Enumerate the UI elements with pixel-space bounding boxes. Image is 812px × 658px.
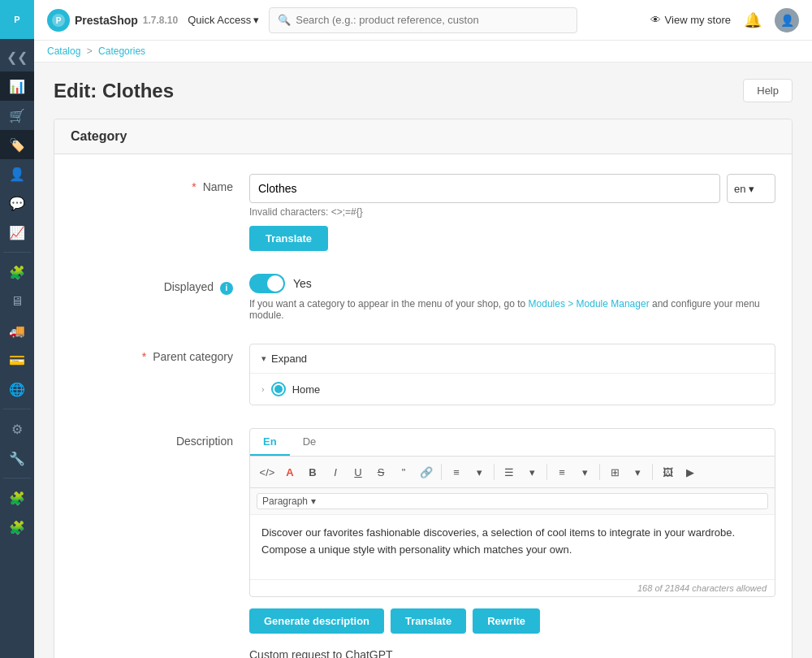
chevron-down-icon: ▾: [253, 14, 259, 26]
toolbar-sep-4: [599, 464, 600, 480]
sidebar-item-customers[interactable]: 👤: [0, 159, 34, 188]
lang-selector[interactable]: en ▾: [727, 174, 775, 203]
sidebar-item-advanced[interactable]: 🔧: [0, 444, 34, 473]
num-list-chevron[interactable]: ▾: [574, 461, 595, 483]
font-color-btn[interactable]: A: [279, 461, 300, 483]
strikethrough-btn[interactable]: S: [370, 461, 391, 483]
media-btn[interactable]: ▶: [680, 461, 701, 483]
radio-dot: [274, 385, 283, 393]
sidebar-item-shipping[interactable]: 🚚: [0, 316, 34, 345]
paragraph-select[interactable]: Paragraph ▾: [257, 493, 768, 509]
home-category-item[interactable]: › Home: [250, 374, 775, 405]
breadcrumb: Catalog > Categories: [34, 41, 812, 63]
table-btn[interactable]: ⊞: [604, 461, 625, 483]
sidebar-item-payment[interactable]: 💳: [0, 345, 34, 374]
description-action-btns: Generate description Translate Rewrite: [249, 608, 775, 634]
search-input[interactable]: [296, 14, 568, 26]
link-btn[interactable]: 🔗: [416, 461, 437, 483]
sidebar-item-settings[interactable]: ⚙: [0, 414, 34, 444]
view-store-btn[interactable]: 👁 View my store: [650, 14, 731, 26]
translate-description-button[interactable]: Translate: [391, 608, 466, 634]
sidebar-item-orders[interactable]: 🛒: [0, 101, 34, 130]
sidebar-item-stats[interactable]: 📈: [0, 218, 34, 247]
name-label-col: * Name: [71, 174, 249, 193]
desc-tabs: En De: [250, 429, 775, 457]
breadcrumb-catalog[interactable]: Catalog: [47, 45, 80, 57]
editor-toolbar: </> A B I U S " 🔗 ≡ ▾: [250, 457, 775, 488]
notifications-btn[interactable]: 🔔: [744, 11, 762, 29]
name-input[interactable]: [249, 174, 720, 203]
toolbar-sep-2: [494, 464, 495, 480]
displayed-info-icon[interactable]: i: [220, 282, 233, 295]
custom-request-section: Custom request to ChatGPT ➤ Invalid char…: [249, 648, 775, 658]
eye-icon: 👁: [650, 14, 661, 26]
bold-btn[interactable]: B: [302, 461, 323, 483]
sidebar-item-dashboard[interactable]: 📊: [0, 71, 34, 101]
tab-de[interactable]: De: [290, 429, 330, 456]
quick-access-btn[interactable]: Quick Access ▾: [188, 14, 259, 26]
sidebar-item-plugin2[interactable]: 🧩: [0, 513, 34, 542]
svg-text:P: P: [14, 15, 19, 24]
toolbar-sep-3: [546, 464, 547, 480]
description-editor-box: En De </> A B I U S " 🔗: [249, 428, 775, 597]
expand-btn[interactable]: ▾ Expand: [250, 344, 775, 374]
tab-en[interactable]: En: [250, 429, 290, 456]
main-wrapper: P PrestaShop 1.7.8.10 Quick Access ▾ 🔍 👁…: [34, 0, 812, 658]
align-btn[interactable]: ≡: [446, 461, 467, 483]
generate-description-button[interactable]: Generate description: [249, 608, 384, 634]
parent-category-row: * Parent category ▾ Expand ›: [71, 344, 775, 405]
sidebar-item-catalog[interactable]: 🏷️: [0, 130, 34, 159]
list-chevron[interactable]: ▾: [521, 461, 542, 483]
translate-name-button[interactable]: Translate: [249, 226, 328, 251]
code-btn[interactable]: </>: [257, 461, 278, 483]
rewrite-button[interactable]: Rewrite: [473, 608, 540, 634]
sidebar-item-modules[interactable]: 🧩: [0, 258, 34, 287]
parent-category-box: ▾ Expand › Home: [249, 344, 775, 405]
required-star: *: [192, 180, 196, 193]
name-input-group: en ▾: [249, 174, 775, 203]
name-control-col: en ▾ Invalid characters: <>;=#{} Transla…: [249, 174, 775, 251]
svg-text:P: P: [56, 16, 62, 25]
table-chevron[interactable]: ▾: [627, 461, 648, 483]
displayed-yes-label: Yes: [293, 277, 312, 290]
sidebar-divider-1: [3, 252, 31, 253]
sidebar-logo: P: [0, 0, 34, 39]
sidebar-item-messages[interactable]: 💬: [0, 188, 34, 218]
editor-content[interactable]: Discover our favorites fashionable disco…: [250, 515, 775, 580]
underline-btn[interactable]: U: [348, 461, 369, 483]
align-chevron[interactable]: ▾: [469, 461, 490, 483]
sidebar: P ❮❮ 📊 🛒 🏷️ 👤 💬 📈 🧩 🖥 🚚 💳 🌐 ⚙ 🔧 🧩 🧩: [0, 0, 34, 658]
app-logo: P PrestaShop 1.7.8.10: [47, 9, 178, 32]
user-avatar[interactable]: 👤: [775, 8, 799, 32]
sidebar-item-plugin1[interactable]: 🧩: [0, 483, 34, 513]
displayed-toggle[interactable]: [249, 274, 285, 293]
toolbar-sep-5: [652, 464, 653, 480]
home-radio[interactable]: [271, 382, 286, 396]
search-bar[interactable]: 🔍: [269, 7, 577, 33]
name-invalid-chars: Invalid characters: <>;=#{}: [249, 206, 775, 218]
italic-btn[interactable]: I: [325, 461, 346, 483]
app-version: 1.7.8.10: [143, 15, 178, 26]
displayed-label-col: Displayed i: [71, 274, 249, 295]
sidebar-item-international[interactable]: 🌐: [0, 374, 34, 404]
search-icon: 🔍: [278, 14, 291, 26]
breadcrumb-categories[interactable]: Categories: [98, 45, 145, 57]
topnav: P PrestaShop 1.7.8.10 Quick Access ▾ 🔍 👁…: [34, 0, 812, 41]
description-label: Description: [176, 435, 233, 448]
help-button[interactable]: Help: [743, 79, 793, 102]
page-header: Edit: Clothes Help: [54, 79, 793, 102]
num-list-btn[interactable]: ≡: [551, 461, 572, 483]
displayed-control-col: Yes If you want a category to appear in …: [249, 274, 775, 321]
name-row: * Name en ▾ Invalid characters: <>;=#{}: [71, 174, 775, 251]
blockquote-btn[interactable]: ": [393, 461, 414, 483]
page-title: Edit: Clothes: [54, 80, 174, 102]
sidebar-expand-btn[interactable]: ❮❮: [0, 42, 34, 71]
chevron-down-icon: ▾: [311, 496, 316, 507]
sidebar-divider-3: [3, 478, 31, 478]
sidebar-item-display[interactable]: 🖥: [0, 287, 34, 316]
module-manager-link[interactable]: Modules > Module Manager: [529, 298, 650, 310]
image-btn[interactable]: 🖼: [657, 461, 678, 483]
parent-category-label-col: * Parent category: [71, 344, 249, 363]
breadcrumb-separator: >: [87, 45, 93, 57]
list-btn[interactable]: ☰: [499, 461, 520, 483]
